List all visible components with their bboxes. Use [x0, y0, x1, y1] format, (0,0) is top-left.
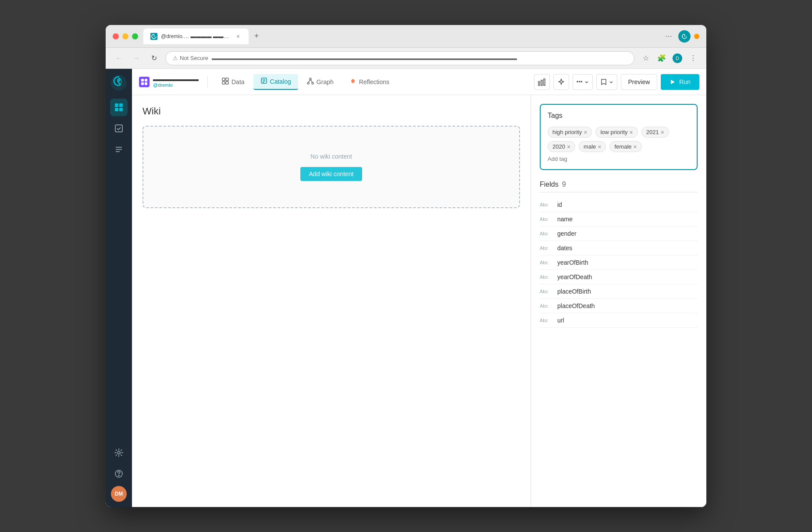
- right-panel: Tags high priority × low priority ×: [531, 95, 706, 507]
- new-tab-button[interactable]: +: [250, 30, 263, 43]
- main-content: ▬▬▬▬▬▬▬▬ @dremio: [132, 69, 706, 507]
- user-avatar[interactable]: DM: [111, 486, 127, 502]
- tag-low-priority: low priority ×: [595, 127, 637, 138]
- extension-icon[interactable]: [678, 30, 691, 43]
- browser-titlebar: @dremio.… ▬▬▬▬ ▬▬▬▬▬▬ × + ⋯: [106, 25, 706, 48]
- tags-container: high priority × low priority × 2021 ×: [548, 127, 690, 162]
- svg-rect-19: [226, 82, 228, 84]
- notification-dot: [694, 34, 699, 39]
- sidebar-item-sql[interactable]: [110, 120, 128, 137]
- forward-button[interactable]: →: [130, 52, 142, 64]
- tag-male-remove[interactable]: ×: [598, 144, 601, 150]
- field-row-placeofdeath: Abc placeOfDeath: [540, 299, 698, 313]
- browser-tab-active[interactable]: @dremio.… ▬▬▬▬ ▬▬▬▬▬▬ ×: [143, 28, 249, 44]
- field-name-id: id: [557, 201, 562, 208]
- field-type-placeofdeath: Abc: [540, 303, 552, 309]
- more-options-button[interactable]: ⋮: [687, 52, 699, 64]
- tag-male-label: male: [584, 143, 596, 150]
- tags-title: Tags: [548, 112, 690, 120]
- tab-reflections[interactable]: Reflections: [342, 74, 396, 90]
- bookmark-button[interactable]: ☆: [640, 52, 652, 64]
- svg-rect-31: [541, 80, 542, 85]
- field-type-name: Abc: [540, 216, 552, 222]
- field-row-placeofbirth: Abc placeOfBirth: [540, 284, 698, 299]
- field-name-gender: gender: [557, 230, 577, 237]
- profile-button[interactable]: D: [671, 52, 684, 64]
- minimize-window-button[interactable]: [122, 33, 128, 39]
- tag-2021-remove[interactable]: ×: [661, 129, 664, 135]
- reflections-tab-icon: [349, 78, 356, 86]
- close-window-button[interactable]: [113, 33, 119, 39]
- field-row-yearofbirth: Abc yearOfBirth: [540, 255, 698, 270]
- field-type-placeofbirth: Abc: [540, 289, 552, 294]
- tab-data[interactable]: Data: [215, 74, 252, 90]
- svg-line-27: [308, 80, 310, 82]
- sidebar-item-help[interactable]: [110, 465, 128, 482]
- more-dropdown[interactable]: •••: [573, 74, 593, 90]
- graph-tab-icon: [307, 78, 314, 86]
- tag-high-priority-remove[interactable]: ×: [584, 129, 587, 135]
- catalog-tab-icon: [260, 77, 267, 86]
- wiki-empty-state: No wiki content Add wiki content: [142, 126, 520, 208]
- preview-button[interactable]: Preview: [621, 74, 658, 90]
- tab-close-button[interactable]: ×: [235, 33, 242, 40]
- dataset-info: ▬▬▬▬▬▬▬▬ @dremio: [153, 76, 199, 88]
- field-type-yearofdeath: Abc: [540, 274, 552, 280]
- save-dropdown[interactable]: [596, 74, 617, 90]
- tag-2021: 2021 ×: [641, 127, 669, 138]
- fields-section: Fields 9 Abc id Abc name Abc: [540, 181, 698, 328]
- field-type-yearofbirth: Abc: [540, 260, 552, 265]
- chart-button[interactable]: [534, 74, 550, 90]
- sidebar-item-datasets[interactable]: [110, 99, 128, 116]
- fields-title: Fields: [540, 181, 559, 188]
- svg-rect-32: [544, 79, 545, 85]
- browser-minimize-icon[interactable]: ⋯: [662, 30, 675, 43]
- svg-rect-2: [119, 103, 123, 107]
- extensions-button[interactable]: 🧩: [655, 52, 668, 64]
- tag-low-priority-remove[interactable]: ×: [630, 129, 633, 135]
- svg-point-26: [312, 82, 313, 84]
- svg-rect-17: [226, 78, 228, 81]
- tab-reflections-label: Reflections: [359, 78, 389, 85]
- refresh-button[interactable]: ↻: [148, 52, 160, 64]
- dataset-owner: @dremio: [153, 82, 199, 88]
- not-secure-text: Not Secure: [180, 55, 208, 61]
- svg-rect-3: [115, 108, 118, 111]
- app-layout: DM ▬▬▬▬▬▬▬▬: [106, 69, 706, 507]
- svg-rect-18: [222, 82, 225, 84]
- address-field[interactable]: ⚠ Not Secure ▬▬▬▬▬▬▬▬▬▬▬▬▬▬▬▬▬▬▬▬▬▬▬▬▬▬▬…: [165, 51, 634, 65]
- add-wiki-button[interactable]: Add wiki content: [300, 167, 363, 181]
- field-row-url: Abc url: [540, 313, 698, 328]
- sidebar-item-settings[interactable]: [110, 444, 128, 461]
- tag-2020-remove[interactable]: ×: [567, 144, 570, 150]
- svg-point-24: [310, 78, 311, 80]
- tag-female-remove[interactable]: ×: [634, 144, 637, 150]
- svg-rect-12: [141, 79, 144, 82]
- not-secure-indicator: ⚠ Not Secure: [173, 55, 208, 61]
- tab-catalog[interactable]: Catalog: [253, 74, 298, 90]
- field-name-dates: dates: [557, 245, 572, 252]
- sidebar: DM: [106, 69, 132, 507]
- field-type-gender: Abc: [540, 231, 552, 236]
- dremio-logo[interactable]: [110, 74, 128, 92]
- svg-rect-13: [145, 79, 147, 82]
- field-name-placeofdeath: placeOfDeath: [557, 302, 595, 309]
- tag-female: female ×: [609, 141, 641, 152]
- tags-section: Tags high priority × low priority ×: [540, 104, 698, 170]
- add-tag-input[interactable]: [548, 156, 621, 162]
- back-button[interactable]: ←: [113, 52, 125, 64]
- tag-high-priority-label: high priority: [552, 129, 582, 135]
- dataset-icon: [139, 77, 150, 87]
- field-type-dates: Abc: [540, 245, 552, 251]
- sparkle-button[interactable]: [553, 74, 569, 90]
- field-row-id: Abc id: [540, 198, 698, 212]
- browser-window: @dremio.… ▬▬▬▬ ▬▬▬▬▬▬ × + ⋯ ← → ↻ ⚠ Not …: [106, 25, 706, 507]
- fields-count: 9: [562, 181, 566, 188]
- wiki-panel: Wiki No wiki content Add wiki content: [132, 95, 531, 507]
- field-type-url: Abc: [540, 318, 552, 323]
- fullscreen-window-button[interactable]: [132, 33, 138, 39]
- run-button[interactable]: Run: [661, 74, 699, 90]
- tab-graph[interactable]: Graph: [300, 74, 341, 90]
- field-name-placeofbirth: placeOfBirth: [557, 288, 591, 295]
- sidebar-item-jobs[interactable]: [110, 141, 128, 158]
